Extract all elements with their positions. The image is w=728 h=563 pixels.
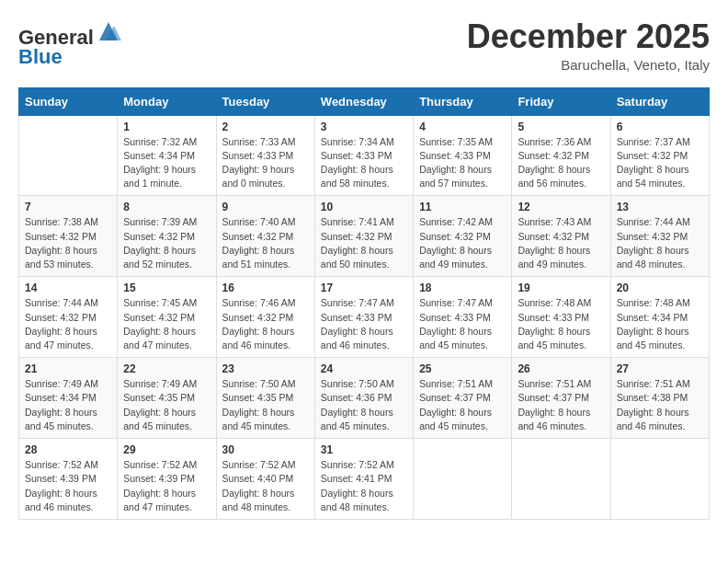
calendar-cell: 17Sunrise: 7:47 AMSunset: 4:33 PMDayligh… xyxy=(314,277,413,358)
calendar-cell: 15Sunrise: 7:45 AMSunset: 4:32 PMDayligh… xyxy=(118,277,216,358)
day-number: 31 xyxy=(321,443,407,456)
day-number: 22 xyxy=(123,362,210,375)
calendar-cell: 6Sunrise: 7:37 AMSunset: 4:32 PMDaylight… xyxy=(610,115,709,196)
day-info: Sunrise: 7:44 AMSunset: 4:32 PMDaylight:… xyxy=(25,296,111,352)
day-number: 30 xyxy=(222,443,309,456)
calendar-week-1: 1Sunrise: 7:32 AMSunset: 4:34 PMDaylight… xyxy=(19,115,710,196)
weekday-header-wednesday: Wednesday xyxy=(314,87,413,115)
day-number: 17 xyxy=(321,282,407,294)
title-block: December 2025 Baruchella, Veneto, Italy xyxy=(467,18,710,73)
calendar-cell: 31Sunrise: 7:52 AMSunset: 4:41 PMDayligh… xyxy=(314,439,413,520)
day-number: 21 xyxy=(25,362,111,375)
day-number: 6 xyxy=(617,121,703,133)
day-number: 23 xyxy=(222,362,309,375)
day-info: Sunrise: 7:42 AMSunset: 4:32 PMDaylight:… xyxy=(419,215,506,271)
calendar-cell: 7Sunrise: 7:38 AMSunset: 4:32 PMDaylight… xyxy=(19,196,118,277)
weekday-header-sunday: Sunday xyxy=(19,87,118,115)
day-info: Sunrise: 7:47 AMSunset: 4:33 PMDaylight:… xyxy=(321,296,407,352)
weekday-header-saturday: Saturday xyxy=(610,87,709,115)
calendar-cell: 20Sunrise: 7:48 AMSunset: 4:34 PMDayligh… xyxy=(610,277,709,358)
day-number: 8 xyxy=(123,201,210,213)
day-info: Sunrise: 7:48 AMSunset: 4:34 PMDaylight:… xyxy=(617,296,703,352)
calendar-cell: 21Sunrise: 7:49 AMSunset: 4:34 PMDayligh… xyxy=(19,358,118,439)
day-number: 13 xyxy=(617,201,703,213)
calendar-cell: 27Sunrise: 7:51 AMSunset: 4:38 PMDayligh… xyxy=(610,358,709,439)
day-info: Sunrise: 7:44 AMSunset: 4:32 PMDaylight:… xyxy=(617,215,703,271)
month-title: December 2025 xyxy=(467,18,710,55)
calendar-cell: 28Sunrise: 7:52 AMSunset: 4:39 PMDayligh… xyxy=(19,439,118,520)
day-info: Sunrise: 7:49 AMSunset: 4:34 PMDaylight:… xyxy=(25,377,111,433)
day-info: Sunrise: 7:51 AMSunset: 4:37 PMDaylight:… xyxy=(419,377,506,433)
calendar-cell: 8Sunrise: 7:39 AMSunset: 4:32 PMDaylight… xyxy=(118,196,216,277)
day-number: 27 xyxy=(617,362,703,375)
day-number: 10 xyxy=(321,201,407,213)
calendar-week-4: 21Sunrise: 7:49 AMSunset: 4:34 PMDayligh… xyxy=(19,358,710,439)
day-number: 26 xyxy=(518,362,604,375)
day-info: Sunrise: 7:51 AMSunset: 4:37 PMDaylight:… xyxy=(518,377,604,433)
day-info: Sunrise: 7:35 AMSunset: 4:33 PMDaylight:… xyxy=(419,135,506,191)
day-info: Sunrise: 7:36 AMSunset: 4:32 PMDaylight:… xyxy=(518,135,604,191)
day-number: 5 xyxy=(518,121,604,133)
calendar-cell: 3Sunrise: 7:34 AMSunset: 4:33 PMDaylight… xyxy=(314,115,413,196)
calendar-cell: 5Sunrise: 7:36 AMSunset: 4:32 PMDaylight… xyxy=(512,115,610,196)
day-info: Sunrise: 7:52 AMSunset: 4:41 PMDaylight:… xyxy=(321,458,407,514)
weekday-header-tuesday: Tuesday xyxy=(216,87,314,115)
calendar-table: SundayMondayTuesdayWednesdayThursdayFrid… xyxy=(18,87,710,520)
day-number: 16 xyxy=(222,282,309,294)
logo: General Blue xyxy=(18,18,121,69)
day-info: Sunrise: 7:39 AMSunset: 4:32 PMDaylight:… xyxy=(123,215,210,271)
calendar-cell: 29Sunrise: 7:52 AMSunset: 4:39 PMDayligh… xyxy=(118,439,216,520)
day-info: Sunrise: 7:34 AMSunset: 4:33 PMDaylight:… xyxy=(321,135,407,191)
day-number: 24 xyxy=(321,362,407,375)
day-info: Sunrise: 7:52 AMSunset: 4:40 PMDaylight:… xyxy=(222,458,309,514)
day-number: 19 xyxy=(518,282,604,294)
day-number: 15 xyxy=(123,282,210,294)
day-info: Sunrise: 7:33 AMSunset: 4:33 PMDaylight:… xyxy=(222,135,309,191)
day-info: Sunrise: 7:52 AMSunset: 4:39 PMDaylight:… xyxy=(25,458,111,514)
day-info: Sunrise: 7:43 AMSunset: 4:32 PMDaylight:… xyxy=(518,215,604,271)
calendar-cell: 11Sunrise: 7:42 AMSunset: 4:32 PMDayligh… xyxy=(414,196,512,277)
calendar-cell: 22Sunrise: 7:49 AMSunset: 4:35 PMDayligh… xyxy=(118,358,216,439)
day-number: 7 xyxy=(25,201,111,213)
day-info: Sunrise: 7:51 AMSunset: 4:38 PMDaylight:… xyxy=(617,377,703,433)
calendar-cell: 18Sunrise: 7:47 AMSunset: 4:33 PMDayligh… xyxy=(414,277,512,358)
calendar-week-5: 28Sunrise: 7:52 AMSunset: 4:39 PMDayligh… xyxy=(19,439,710,520)
day-number: 1 xyxy=(123,121,210,133)
calendar-week-2: 7Sunrise: 7:38 AMSunset: 4:32 PMDaylight… xyxy=(19,196,710,277)
calendar-cell: 24Sunrise: 7:50 AMSunset: 4:36 PMDayligh… xyxy=(314,358,413,439)
day-number: 3 xyxy=(321,121,407,133)
weekday-header-thursday: Thursday xyxy=(414,87,512,115)
logo-icon xyxy=(96,18,121,44)
calendar-cell: 19Sunrise: 7:48 AMSunset: 4:33 PMDayligh… xyxy=(512,277,610,358)
day-info: Sunrise: 7:52 AMSunset: 4:39 PMDaylight:… xyxy=(123,458,210,514)
day-info: Sunrise: 7:50 AMSunset: 4:36 PMDaylight:… xyxy=(321,377,407,433)
calendar-cell: 25Sunrise: 7:51 AMSunset: 4:37 PMDayligh… xyxy=(414,358,512,439)
calendar-header: SundayMondayTuesdayWednesdayThursdayFrid… xyxy=(19,87,710,115)
calendar-cell: 2Sunrise: 7:33 AMSunset: 4:33 PMDaylight… xyxy=(216,115,314,196)
day-number: 25 xyxy=(419,362,506,375)
calendar-cell: 10Sunrise: 7:41 AMSunset: 4:32 PMDayligh… xyxy=(314,196,413,277)
day-info: Sunrise: 7:32 AMSunset: 4:34 PMDaylight:… xyxy=(123,135,210,191)
calendar-cell: 4Sunrise: 7:35 AMSunset: 4:33 PMDaylight… xyxy=(414,115,512,196)
calendar-cell: 9Sunrise: 7:40 AMSunset: 4:32 PMDaylight… xyxy=(216,196,314,277)
calendar-cell: 30Sunrise: 7:52 AMSunset: 4:40 PMDayligh… xyxy=(216,439,314,520)
location: Baruchella, Veneto, Italy xyxy=(467,57,710,73)
calendar-cell: 23Sunrise: 7:50 AMSunset: 4:35 PMDayligh… xyxy=(216,358,314,439)
day-info: Sunrise: 7:50 AMSunset: 4:35 PMDaylight:… xyxy=(222,377,309,433)
calendar-cell: 13Sunrise: 7:44 AMSunset: 4:32 PMDayligh… xyxy=(610,196,709,277)
day-number: 12 xyxy=(518,201,604,213)
calendar-cell: 12Sunrise: 7:43 AMSunset: 4:32 PMDayligh… xyxy=(512,196,610,277)
day-number: 14 xyxy=(25,282,111,294)
calendar-cell xyxy=(414,439,512,520)
day-number: 4 xyxy=(419,121,506,133)
page-header: General Blue December 2025 Baruchella, V… xyxy=(18,18,710,73)
calendar-cell xyxy=(610,439,709,520)
day-info: Sunrise: 7:38 AMSunset: 4:32 PMDaylight:… xyxy=(25,215,111,271)
day-number: 9 xyxy=(222,201,309,213)
day-info: Sunrise: 7:47 AMSunset: 4:33 PMDaylight:… xyxy=(419,296,506,352)
day-info: Sunrise: 7:45 AMSunset: 4:32 PMDaylight:… xyxy=(123,296,210,352)
day-info: Sunrise: 7:49 AMSunset: 4:35 PMDaylight:… xyxy=(123,377,210,433)
day-info: Sunrise: 7:40 AMSunset: 4:32 PMDaylight:… xyxy=(222,215,309,271)
day-info: Sunrise: 7:48 AMSunset: 4:33 PMDaylight:… xyxy=(518,296,604,352)
day-info: Sunrise: 7:37 AMSunset: 4:32 PMDaylight:… xyxy=(617,135,703,191)
